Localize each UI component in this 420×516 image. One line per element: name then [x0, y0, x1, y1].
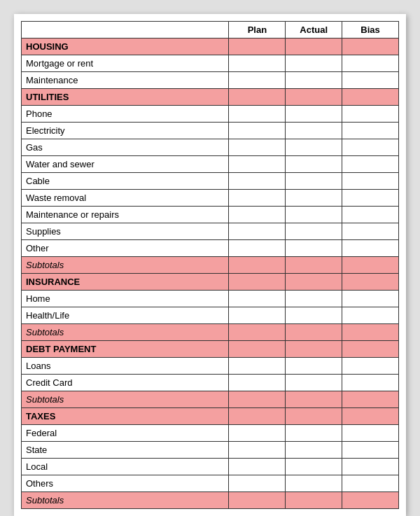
row-bias[interactable]	[342, 274, 399, 291]
row-actual[interactable]	[286, 459, 342, 475]
row-actual[interactable]	[286, 274, 342, 291]
row-bias[interactable]	[342, 375, 399, 391]
row-label: Supplies	[22, 223, 229, 240]
row-actual[interactable]	[286, 223, 342, 240]
row-plan[interactable]	[229, 173, 286, 190]
row-label: Loans	[22, 358, 229, 375]
row-bias[interactable]	[342, 139, 399, 156]
row-label: Maintenance or repairs	[22, 207, 229, 223]
row-label: State	[22, 442, 229, 459]
row-plan[interactable]	[229, 341, 286, 358]
row-bias[interactable]	[342, 240, 399, 257]
row-bias[interactable]	[342, 89, 399, 106]
row-bias[interactable]	[342, 39, 399, 55]
row-actual[interactable]	[286, 375, 342, 391]
row-actual[interactable]	[286, 492, 342, 509]
row-bias[interactable]	[342, 257, 399, 274]
row-bias[interactable]	[342, 358, 399, 375]
row-plan[interactable]	[229, 459, 286, 475]
row-plan[interactable]	[229, 39, 286, 55]
row-plan[interactable]	[229, 408, 286, 425]
row-plan[interactable]	[229, 207, 286, 223]
table-row: UTILITIES	[22, 89, 399, 106]
row-actual[interactable]	[286, 307, 342, 324]
row-label: Local	[22, 459, 229, 475]
row-bias[interactable]	[342, 223, 399, 240]
row-plan[interactable]	[229, 324, 286, 341]
header-plan: Plan	[229, 22, 286, 39]
row-actual[interactable]	[286, 408, 342, 425]
table-row: Loans	[22, 358, 399, 375]
row-actual[interactable]	[286, 475, 342, 492]
row-bias[interactable]	[342, 291, 399, 307]
row-actual[interactable]	[286, 55, 342, 72]
row-actual[interactable]	[286, 391, 342, 408]
row-actual[interactable]	[286, 173, 342, 190]
row-bias[interactable]	[342, 106, 399, 123]
row-bias[interactable]	[342, 207, 399, 223]
row-actual[interactable]	[286, 72, 342, 89]
row-actual[interactable]	[286, 425, 342, 442]
row-bias[interactable]	[342, 72, 399, 89]
row-plan[interactable]	[229, 291, 286, 307]
row-bias[interactable]	[342, 55, 399, 72]
row-plan[interactable]	[229, 375, 286, 391]
row-plan[interactable]	[229, 123, 286, 139]
row-plan[interactable]	[229, 257, 286, 274]
row-plan[interactable]	[229, 139, 286, 156]
row-label: Maintenance	[22, 72, 229, 89]
row-plan[interactable]	[229, 55, 286, 72]
row-actual[interactable]	[286, 89, 342, 106]
row-plan[interactable]	[229, 358, 286, 375]
row-actual[interactable]	[286, 139, 342, 156]
row-actual[interactable]	[286, 358, 342, 375]
row-bias[interactable]	[342, 492, 399, 509]
row-actual[interactable]	[286, 156, 342, 173]
row-bias[interactable]	[342, 475, 399, 492]
row-actual[interactable]	[286, 190, 342, 207]
table-row: TAXES	[22, 408, 399, 425]
row-bias[interactable]	[342, 408, 399, 425]
table-row: Subtotals	[22, 391, 399, 408]
row-actual[interactable]	[286, 291, 342, 307]
row-plan[interactable]	[229, 492, 286, 509]
row-plan[interactable]	[229, 106, 286, 123]
row-plan[interactable]	[229, 223, 286, 240]
row-bias[interactable]	[342, 391, 399, 408]
row-actual[interactable]	[286, 257, 342, 274]
row-actual[interactable]	[286, 123, 342, 139]
row-plan[interactable]	[229, 72, 286, 89]
row-bias[interactable]	[342, 459, 399, 475]
row-bias[interactable]	[342, 173, 399, 190]
row-plan[interactable]	[229, 425, 286, 442]
row-bias[interactable]	[342, 307, 399, 324]
row-label: Subtotals	[22, 391, 229, 408]
row-plan[interactable]	[229, 391, 286, 408]
row-actual[interactable]	[286, 442, 342, 459]
row-plan[interactable]	[229, 442, 286, 459]
row-actual[interactable]	[286, 39, 342, 55]
row-plan[interactable]	[229, 156, 286, 173]
row-bias[interactable]	[342, 190, 399, 207]
row-plan[interactable]	[229, 307, 286, 324]
row-bias[interactable]	[342, 123, 399, 139]
row-plan[interactable]	[229, 190, 286, 207]
table-row: HOUSING	[22, 39, 399, 55]
row-bias[interactable]	[342, 425, 399, 442]
row-bias[interactable]	[342, 442, 399, 459]
row-bias[interactable]	[342, 324, 399, 341]
row-actual[interactable]	[286, 240, 342, 257]
row-bias[interactable]	[342, 341, 399, 358]
row-plan[interactable]	[229, 475, 286, 492]
row-plan[interactable]	[229, 240, 286, 257]
row-actual[interactable]	[286, 324, 342, 341]
row-actual[interactable]	[286, 341, 342, 358]
row-plan[interactable]	[229, 274, 286, 291]
row-label: INSURANCE	[22, 274, 229, 291]
table-row: Subtotals	[22, 492, 399, 509]
row-actual[interactable]	[286, 207, 342, 223]
row-bias[interactable]	[342, 156, 399, 173]
row-actual[interactable]	[286, 106, 342, 123]
row-plan[interactable]	[229, 89, 286, 106]
row-label: Others	[22, 475, 229, 492]
